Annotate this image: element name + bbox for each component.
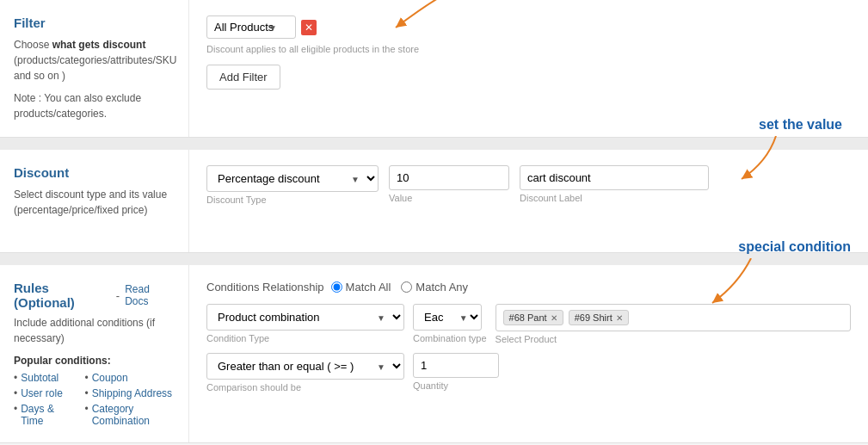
filter-desc-bold: what gets discount [52,39,146,51]
filter-hint: Discount applies to all eligible product… [206,44,851,54]
comparison-field: Greater than or equal ( >= ) Comparison … [206,353,404,392]
discount-label-field: Discount Label [520,165,709,203]
list-item: Subtotal [14,372,67,384]
filter-left: Filter Choose what gets discount (produc… [0,0,189,137]
tag-pant-text: #68 Pant [509,312,547,323]
filter-desc: Choose what gets discount (products/cate… [14,37,175,83]
clear-filter-button[interactable]: ✕ [301,20,317,35]
rules-separator: - [116,289,120,302]
tag-pant-close[interactable]: ✕ [551,313,557,323]
condition-type-field: Product combination Condition Type [206,304,404,343]
rules-right: special condition Conditions Relationshi… [189,265,868,442]
filter-note: Note : You can also exclude products/cat… [14,90,175,121]
discount-section: Discount Select discount type and its va… [0,150,868,253]
tag-shirt-close[interactable]: ✕ [616,313,623,323]
conditions-row: Product combination Condition Type Each … [206,304,851,344]
popular-col-1: Subtotal User role Days & Time [14,372,67,427]
shipping-address-link[interactable]: Shipping Address [92,387,172,399]
discount-type-wrapper: Percentage discount [206,165,379,192]
tag-shirt: #69 Shirt ✕ [569,310,629,325]
combo-type-label: Combination type [413,333,487,343]
days-time-link[interactable]: Days & Time [21,403,67,427]
discount-title: Discount [14,165,175,180]
combo-type-field: Each Combination type [413,304,487,343]
match-any-input[interactable] [401,281,412,293]
page-wrapper: Filter Choose what gets discount (produc… [0,0,868,443]
coupon-link[interactable]: Coupon [92,372,128,384]
select-product-label: Select Product [496,334,851,344]
user-role-link[interactable]: User role [21,387,63,399]
rules-title: Rules (Optional) [14,281,111,310]
annotation-arrow-2 [733,136,785,188]
comparison-wrapper: Greater than or equal ( >= ) [206,353,404,380]
rules-desc: Include additional conditions (if necess… [14,315,175,346]
match-all-radio[interactable]: Match All [331,281,391,294]
popular-cols: Subtotal User role Days & Time Coupon Sh… [14,372,175,427]
annotation-arrow-1 [379,0,456,36]
annotation-set-value: set the value [759,117,842,133]
condition-type-select[interactable]: Product combination [206,304,404,331]
list-item: Category Combination [84,403,175,427]
discount-value-label: Value [389,193,509,203]
quantity-field: Quantity [413,353,499,391]
tag-pant: #68 Pant ✕ [503,310,563,325]
category-combination-link[interactable]: Category Combination [92,403,175,427]
tag-shirt-text: #69 Shirt [575,312,613,323]
list-item: Coupon [84,372,175,384]
discount-right: set the value Percentage discount Discou… [189,150,868,252]
rules-left: Rules (Optional) - Read Docs Include add… [0,265,189,442]
product-select-box[interactable]: #68 Pant ✕ #69 Shirt ✕ [496,304,851,331]
read-docs-link[interactable]: Read Docs [125,283,175,307]
combo-type-select[interactable]: Each [413,304,482,331]
discount-desc: Select discount type and its value (perc… [14,187,175,218]
discount-type-label: Discount Type [206,195,379,205]
filter-desc-start: Choose [14,39,52,51]
match-any-radio[interactable]: Match Any [401,281,468,294]
comparison-select[interactable]: Greater than or equal ( >= ) [206,353,404,380]
comparison-label: Comparison should be [206,382,404,392]
comparison-row: Greater than or equal ( >= ) Comparison … [206,353,851,392]
product-select-field: #68 Pant ✕ #69 Shirt ✕ Select Product [496,304,851,344]
subtotal-link[interactable]: Subtotal [21,372,58,384]
combo-type-wrapper: Each [413,304,487,331]
discount-value-input[interactable] [389,165,509,190]
filter-title: Filter [14,15,175,30]
radio-group: Match All Match Any [331,281,468,294]
all-products-select[interactable]: All Products [206,15,296,39]
discount-value-field: Value [389,165,509,203]
filter-desc-end: (products/categories/attributes/SKU and … [14,54,176,82]
popular-title: Popular conditions: [14,355,175,367]
filter-row: All Products ✕ [206,15,851,39]
annotation-special-condition: special condition [738,239,851,255]
list-item: Days & Time [14,403,67,427]
match-all-label: Match All [346,281,391,294]
list-item: User role [14,387,67,399]
match-any-label: Match Any [416,281,468,294]
discount-label-label: Discount Label [520,193,709,203]
quantity-input[interactable] [413,353,499,378]
discount-type-select[interactable]: Percentage discount [206,165,379,192]
discount-label-input[interactable] [520,165,709,190]
condition-type-label: Condition Type [206,333,404,343]
filter-section: Filter Choose what gets discount (produc… [0,0,868,138]
conditions-relationship-label: Conditions Relationship [206,281,324,294]
discount-type-field: Percentage discount Discount Type [206,165,379,205]
annotation-arrow-3 [704,258,755,310]
match-all-input[interactable] [331,281,342,293]
list-item: Shipping Address [84,387,175,399]
popular-col-2: Coupon Shipping Address Category Combina… [84,372,175,427]
all-products-wrapper: All Products [206,15,296,39]
add-filter-button[interactable]: Add Filter [206,65,280,90]
rules-section: Rules (Optional) - Read Docs Include add… [0,265,868,443]
discount-left: Discount Select discount type and its va… [0,150,189,252]
quantity-label: Quantity [413,380,499,391]
condition-type-wrapper: Product combination [206,304,404,331]
